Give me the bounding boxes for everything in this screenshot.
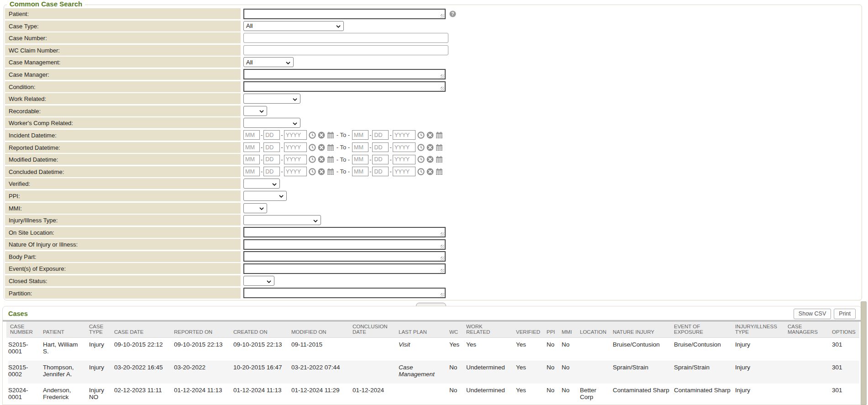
verified-select[interactable] — [243, 179, 280, 189]
chevron-down-icon — [272, 180, 277, 187]
clear-icon[interactable] — [426, 131, 434, 139]
case-manager-control-area — [242, 69, 861, 80]
clock-icon[interactable] — [309, 144, 316, 151]
clear-icon[interactable] — [426, 156, 434, 163]
clear-icon[interactable] — [318, 156, 325, 163]
calendar-icon[interactable] — [436, 168, 443, 175]
incident-datetime-from-mm-input[interactable] — [243, 130, 260, 140]
workers-comp-related-select[interactable] — [243, 118, 300, 128]
clock-icon[interactable] — [309, 131, 316, 139]
condition-textarea[interactable] — [243, 81, 446, 92]
reported-datetime-from-mm-input[interactable] — [243, 142, 260, 152]
modified-datetime-to-dd-input[interactable] — [372, 155, 389, 164]
injury-illness-type-label: Injury/Illness Type: — [5, 215, 241, 226]
form-row-wc-claim-number: WC Claim Number: — [5, 45, 861, 56]
case-type-label: Case Type: — [5, 21, 241, 32]
nature-of-injury-or-illness-textarea[interactable] — [243, 239, 446, 250]
verified-control-area — [242, 178, 861, 189]
case-manager-textarea[interactable] — [243, 69, 446, 79]
calendar-icon[interactable] — [436, 156, 443, 163]
calendar-icon[interactable] — [436, 131, 443, 139]
concluded-datetime-to-mm-input[interactable] — [352, 167, 368, 176]
modified-datetime-from-yyyy-input[interactable] — [284, 155, 307, 164]
calendar-icon[interactable] — [327, 168, 334, 175]
cell-modified_on: 01-12-2024 11:29 — [291, 384, 352, 405]
modified-datetime-from-mm-input[interactable] — [243, 155, 260, 164]
reported-datetime-to-mm-input[interactable] — [352, 142, 368, 152]
table-row: S2015-0001Hart, William S.Injury09-10-20… — [8, 338, 859, 361]
modified-datetime-to-yyyy-input[interactable] — [393, 155, 416, 164]
column-header-event_of_exposure: EVENT OF EXPOSURE — [674, 321, 735, 338]
work-related-select[interactable] — [243, 94, 300, 104]
recordable-select[interactable] — [243, 106, 267, 116]
calendar-icon[interactable] — [436, 144, 443, 151]
clear-icon[interactable] — [426, 144, 434, 151]
cases-actions: Show CSV Print — [794, 309, 856, 319]
calendar-icon[interactable] — [327, 131, 334, 139]
concluded-datetime-from-yyyy-input[interactable] — [284, 167, 307, 176]
incident-datetime-to-mm-input[interactable] — [352, 130, 368, 140]
reported-datetime-to-yyyy-input[interactable] — [393, 142, 416, 152]
modified-datetime-from-dd-input[interactable] — [263, 155, 280, 164]
calendar-icon[interactable] — [327, 156, 334, 163]
concluded-datetime-to-yyyy-input[interactable] — [393, 167, 416, 176]
concluded-datetime-to-dd-input[interactable] — [372, 167, 389, 176]
clear-icon[interactable] — [426, 168, 434, 175]
ppi-select[interactable] — [243, 191, 287, 201]
injury-illness-type-select[interactable] — [243, 215, 321, 225]
cell-case_number: S2015-0001 — [8, 338, 43, 361]
case-management-select[interactable]: All — [243, 57, 294, 67]
incident-datetime-from-yyyy-input[interactable] — [284, 130, 307, 140]
incident-datetime-to-yyyy-input[interactable] — [393, 130, 416, 140]
clock-icon[interactable] — [417, 131, 425, 139]
patient-textarea[interactable] — [243, 9, 446, 19]
form-row-concluded-datetime: Concluded Datetime:--- To --- — [5, 166, 861, 177]
chevron-down-icon — [279, 192, 284, 199]
wc-claim-number-input[interactable] — [243, 45, 448, 55]
cell-conclusion_date — [352, 361, 399, 384]
help-icon[interactable]: ? — [449, 11, 456, 17]
cell-location: Better Corp — [580, 384, 613, 405]
body-part-textarea[interactable] — [243, 251, 446, 262]
show-csv-button[interactable]: Show CSV — [794, 309, 831, 319]
on-site-location-textarea[interactable] — [243, 227, 446, 237]
modified-datetime-to-mm-input[interactable] — [352, 155, 368, 164]
date-hyphen: - — [281, 144, 283, 151]
partition-control-area — [242, 288, 861, 299]
case-number-input[interactable] — [243, 33, 448, 43]
clock-icon[interactable] — [309, 156, 316, 163]
cell-created_on: 01-12-2024 11:13 — [233, 384, 291, 405]
incident-datetime-to-dd-input[interactable] — [372, 130, 389, 140]
calendar-icon[interactable] — [327, 144, 334, 151]
cell-conclusion_date: 01-12-2024 — [352, 384, 399, 405]
clock-icon[interactable] — [417, 144, 425, 151]
clock-icon[interactable] — [309, 168, 316, 175]
ppi-label: PPI: — [5, 190, 241, 201]
concluded-datetime-from-dd-input[interactable] — [263, 167, 280, 176]
print-button[interactable]: Print — [834, 309, 856, 319]
cell-mmi: No — [562, 338, 580, 361]
cell-reported_on: 03-20-2022 — [174, 361, 233, 384]
case-type-select[interactable]: All — [243, 21, 344, 31]
closed-status-select[interactable] — [243, 276, 274, 286]
date-hyphen: - — [281, 156, 283, 163]
date-hyphen: - — [369, 156, 371, 163]
incident-datetime-from-dd-input[interactable] — [263, 130, 280, 140]
concluded-datetime-from-mm-input[interactable] — [243, 167, 260, 176]
events-of-exposure-textarea[interactable] — [243, 263, 446, 274]
clock-icon[interactable] — [417, 156, 425, 163]
partition-textarea[interactable] — [243, 288, 446, 298]
cell-options: 301 — [832, 338, 859, 361]
date-hyphen: - — [389, 131, 391, 138]
clear-icon[interactable] — [318, 144, 325, 151]
clock-icon[interactable] — [417, 168, 425, 175]
clear-icon[interactable] — [318, 131, 325, 139]
reported-datetime-to-dd-input[interactable] — [372, 142, 389, 152]
vertical-scrollbar-thumb[interactable] — [861, 301, 867, 405]
search-panel-title: Common Case Search — [7, 0, 85, 8]
clear-icon[interactable] — [318, 168, 325, 175]
mmi-select[interactable] — [243, 203, 267, 213]
cell-created_on: 10-20-2015 16:47 — [233, 361, 291, 384]
reported-datetime-from-yyyy-input[interactable] — [284, 142, 307, 152]
reported-datetime-from-dd-input[interactable] — [263, 142, 280, 152]
